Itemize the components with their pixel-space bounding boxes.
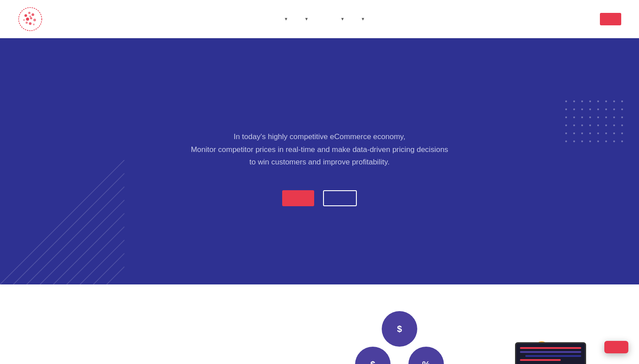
dot [605,140,607,142]
screen-bar-1 [520,347,581,349]
svg-line-19 [93,253,124,284]
watch-video-button[interactable] [323,190,357,206]
chat-widget[interactable] [604,341,628,353]
dot [597,100,599,102]
dot [565,132,567,134]
dot [613,124,615,126]
logo[interactable] [18,7,47,32]
chevron-down-icon: ▾ [341,16,344,21]
svg-point-3 [32,13,34,16]
hero-buttons [282,190,357,206]
hero-dot-grid: // Inject dots const grid = document.que… [565,100,626,145]
hero-section: // Inject dots const grid = document.que… [0,38,639,284]
dot [605,124,607,126]
svg-point-1 [24,14,27,17]
screen-bar-4 [520,359,561,361]
dot [573,108,575,110]
dot [621,108,623,110]
lower-section: $ $ % [0,284,639,364]
svg-point-10 [23,19,25,21]
dot [589,140,591,142]
dot [565,116,567,118]
svg-point-9 [33,24,35,25]
illustration-circle-dollar-1: $ [382,311,417,347]
dot [597,124,599,126]
nav-item-why-us[interactable] [317,16,330,23]
svg-line-20 [107,267,124,284]
svg-line-15 [40,200,124,284]
dot [621,116,623,118]
svg-line-16 [53,213,124,284]
svg-point-2 [28,12,31,14]
lower-illustration: $ $ % [329,311,603,364]
percent-sign: % [422,360,430,364]
dot [589,124,591,126]
dot [589,116,591,118]
dot [589,100,591,102]
device-screen [515,342,586,364]
dot [621,132,623,134]
nav-item-products[interactable]: ▾ [277,13,294,25]
svg-line-12 [0,160,124,284]
svg-point-7 [26,21,28,24]
svg-line-13 [13,173,124,284]
dot [573,140,575,142]
dot [605,132,607,134]
dot [581,100,583,102]
navbar: ▾ ▾ ▾ ▾ [0,0,639,38]
dot [597,132,599,134]
chevron-down-icon: ▾ [305,16,308,21]
get-demo-button[interactable] [282,190,314,206]
nav-item-resources[interactable]: ▾ [333,13,350,25]
illustration-circle-percent: % [408,347,444,364]
svg-line-14 [27,187,124,284]
hero-decoration-lines [0,160,124,284]
chevron-down-icon: ▾ [362,16,364,21]
dot [605,108,607,110]
hero-subtitle: In today's highly competitive eCommerce … [191,131,448,169]
dot [581,116,583,118]
svg-point-0 [19,8,42,31]
dot [613,116,615,118]
dot [573,100,575,102]
dollar-sign-2: $ [370,360,375,364]
dot [605,116,607,118]
dot [565,100,567,102]
dot [621,100,623,102]
svg-point-5 [30,17,32,19]
dot [613,100,615,102]
nav-item-about-us[interactable]: ▾ [354,13,371,25]
dot [565,124,567,126]
chevron-down-icon: ▾ [285,16,288,21]
dot [565,140,567,142]
dot [597,140,599,142]
dot [573,116,575,118]
dot [597,116,599,118]
dot [613,140,615,142]
svg-point-11 [29,16,31,17]
svg-point-8 [29,22,32,25]
dot [581,132,583,134]
dot [589,132,591,134]
dot [605,100,607,102]
dot [613,132,615,134]
dot [573,132,575,134]
dot [621,124,623,126]
dot [589,108,591,110]
svg-line-18 [80,240,124,284]
svg-point-6 [33,19,36,21]
dot [565,108,567,110]
dot [581,108,583,110]
dot [573,124,575,126]
dot [597,108,599,110]
dollar-sign-1: $ [397,324,402,334]
book-demo-button[interactable] [600,13,621,25]
logo-icon [18,7,43,32]
screen-bar-2 [520,351,581,353]
illustration-circle-dollar-2: $ [355,347,391,364]
nav-item-solutions[interactable]: ▾ [297,13,314,25]
nav-links: ▾ ▾ ▾ ▾ [277,13,370,25]
svg-point-4 [26,17,29,20]
dot [581,140,583,142]
dot [581,124,583,126]
